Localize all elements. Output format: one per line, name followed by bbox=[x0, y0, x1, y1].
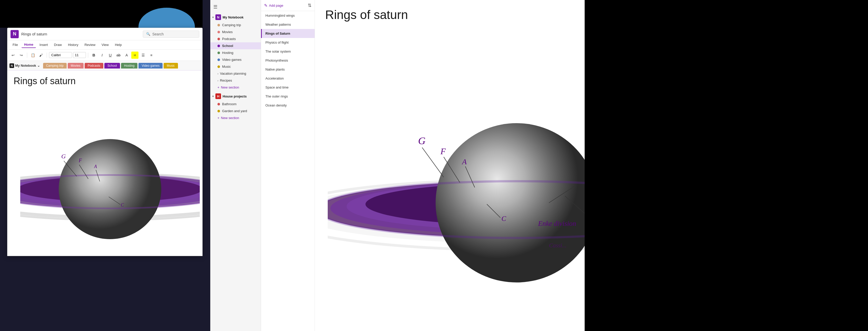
saturn-illustration: G F A C bbox=[20, 89, 200, 256]
page-weather[interactable]: Weather patterns bbox=[261, 20, 315, 29]
sidebar-item-bathroom[interactable]: Bathroom bbox=[210, 100, 261, 108]
hamburger-button[interactable]: ☰ bbox=[212, 3, 218, 11]
sidebar-item-school[interactable]: School bbox=[210, 42, 261, 49]
tab-video-games[interactable]: Video games bbox=[138, 63, 162, 68]
plus-icon-house: + bbox=[217, 116, 219, 120]
main-saturn-container: G F A C Enke division Cassi... bbox=[315, 28, 585, 331]
notebook-header-my[interactable]: ▾ N My Notebook bbox=[210, 13, 261, 22]
svg-text:C: C bbox=[121, 203, 124, 208]
separator-1 bbox=[27, 53, 27, 58]
new-section-house[interactable]: + New section bbox=[210, 115, 261, 121]
size-selector[interactable]: 11 bbox=[73, 52, 86, 58]
menu-review[interactable]: Review bbox=[82, 42, 98, 48]
onenote-window: N Rings of saturn 🔍 Search File Home Ins… bbox=[7, 28, 203, 256]
page-rings-saturn[interactable]: Rings of Saturn bbox=[261, 29, 315, 38]
dot-garden bbox=[217, 110, 220, 112]
add-page-button[interactable]: ✎ Add page bbox=[264, 3, 283, 8]
onenote-logo: N bbox=[10, 30, 19, 38]
tab-camping-trip[interactable]: Camping trip bbox=[43, 63, 67, 68]
sidebar-item-podcasts[interactable]: Podcasts bbox=[210, 35, 261, 42]
svg-text:A: A bbox=[94, 164, 97, 169]
menu-insert[interactable]: Insert bbox=[37, 42, 51, 48]
page-space-time[interactable]: Space and time bbox=[261, 83, 315, 92]
svg-point-22 bbox=[436, 123, 585, 282]
left-page-title: Rings of saturn bbox=[13, 76, 196, 87]
chevron-my: ▾ bbox=[212, 16, 214, 19]
menu-draw[interactable]: Draw bbox=[52, 42, 64, 48]
sidebar: ☰ ▾ N My Notebook Camping trip Movies Po… bbox=[210, 0, 261, 331]
toolbar: ↩ ↪ 📋 🖌 Calibri 11 B I U ab A H ☰ ≡ bbox=[7, 50, 202, 61]
menu-bar: File Home Insert Draw History Review Vie… bbox=[7, 40, 202, 50]
black-right-bg bbox=[584, 0, 868, 331]
tab-movies[interactable]: Movies bbox=[68, 63, 84, 68]
right-nav-panel: ☰ ▾ N My Notebook Camping trip Movies Po… bbox=[210, 0, 585, 331]
notebook-icon-house: H bbox=[215, 93, 221, 99]
italic-button[interactable]: I bbox=[98, 52, 106, 59]
main-page-title: Rings of saturn bbox=[315, 0, 585, 27]
highlight-button[interactable]: H bbox=[131, 52, 138, 59]
notebook-mini-icon: N bbox=[9, 63, 14, 68]
notebook-group-my: ▾ N My Notebook Camping trip Movies Podc… bbox=[210, 13, 261, 91]
font-selector[interactable]: Calibri bbox=[49, 52, 72, 58]
redo-button[interactable]: ↪ bbox=[18, 52, 25, 59]
notebook-selector[interactable]: N My Notebook ⌄ bbox=[9, 63, 40, 68]
tab-school[interactable]: School bbox=[104, 63, 120, 68]
underline-button[interactable]: U bbox=[107, 52, 114, 59]
undo-button[interactable]: ↩ bbox=[9, 52, 17, 59]
page-solar-system[interactable]: The solar system bbox=[261, 47, 315, 56]
svg-text:Enke division: Enke division bbox=[538, 220, 576, 227]
separator-3 bbox=[88, 53, 88, 58]
sidebar-item-camping[interactable]: Camping trip bbox=[210, 22, 261, 28]
notebook-icon-my: N bbox=[215, 14, 221, 20]
svg-text:F: F bbox=[440, 147, 446, 156]
tab-hosting[interactable]: Hosting bbox=[121, 63, 138, 68]
sidebar-item-music[interactable]: Music bbox=[210, 63, 261, 70]
dot-podcasts bbox=[217, 38, 220, 40]
page-outer-rings[interactable]: The outer rings bbox=[261, 92, 315, 101]
page-physics[interactable]: Physics of flight bbox=[261, 38, 315, 47]
title-bar: N Rings of saturn 🔍 Search bbox=[7, 28, 202, 40]
menu-view[interactable]: View bbox=[99, 42, 111, 48]
page-native-plants[interactable]: Native plants bbox=[261, 65, 315, 74]
menu-help[interactable]: Help bbox=[112, 42, 124, 48]
search-bar[interactable]: 🔍 Search bbox=[143, 31, 199, 38]
dot-school bbox=[217, 44, 220, 47]
menu-history[interactable]: History bbox=[65, 42, 81, 48]
sidebar-item-hosting[interactable]: Hosting bbox=[210, 49, 261, 56]
font-color-button[interactable]: A bbox=[123, 52, 130, 59]
sort-button[interactable]: ⇅ bbox=[308, 3, 312, 8]
page-ocean-density[interactable]: Ocean density bbox=[261, 101, 315, 110]
new-section-my[interactable]: + New section bbox=[210, 84, 261, 91]
pages-list: ✎ Add page ⇅ Hummingbird wings Weather p… bbox=[261, 0, 315, 331]
page-photosynthesis[interactable]: Photosynthesis bbox=[261, 56, 315, 65]
pages-header: ✎ Add page ⇅ bbox=[261, 0, 315, 11]
sidebar-item-vacation[interactable]: › Vacation planning bbox=[210, 70, 261, 77]
bullets-button[interactable]: ☰ bbox=[140, 52, 147, 59]
numbering-button[interactable]: ≡ bbox=[148, 52, 155, 59]
page-hummingbird[interactable]: Hummingbird wings bbox=[261, 11, 315, 20]
sidebar-item-movies[interactable]: Movies bbox=[210, 28, 261, 35]
plus-icon-my: + bbox=[217, 85, 219, 89]
search-label: Search bbox=[152, 32, 164, 36]
dot-bathroom bbox=[217, 103, 220, 106]
notebook-header-house[interactable]: ▾ H House projects bbox=[210, 92, 261, 100]
svg-text:C: C bbox=[501, 215, 506, 222]
clipboard-button[interactable]: 📋 bbox=[29, 52, 36, 59]
sidebar-item-recipes[interactable]: › Recipes bbox=[210, 77, 261, 84]
dot-movies bbox=[217, 31, 220, 33]
sidebar-header: ☰ bbox=[210, 2, 261, 12]
strikethrough-button[interactable]: ab bbox=[115, 52, 122, 59]
menu-home[interactable]: Home bbox=[22, 41, 36, 48]
format-painter-button[interactable]: 🖌 bbox=[37, 52, 44, 59]
main-content-area: Rings of saturn G bbox=[315, 0, 585, 331]
notebook-group-house: ▾ H House projects Bathroom Garden and y… bbox=[210, 92, 261, 121]
tab-podcasts[interactable]: Podcasts bbox=[85, 63, 103, 68]
tab-music[interactable]: Music bbox=[164, 63, 178, 68]
sidebar-item-video-games[interactable]: Video games bbox=[210, 56, 261, 63]
svg-text:G: G bbox=[418, 135, 426, 147]
bold-button[interactable]: B bbox=[90, 52, 97, 59]
page-acceleration[interactable]: Acceleration bbox=[261, 74, 315, 83]
sidebar-item-garden[interactable]: Garden and yard bbox=[210, 108, 261, 115]
add-page-icon: ✎ bbox=[264, 3, 268, 8]
menu-file[interactable]: File bbox=[10, 42, 21, 48]
